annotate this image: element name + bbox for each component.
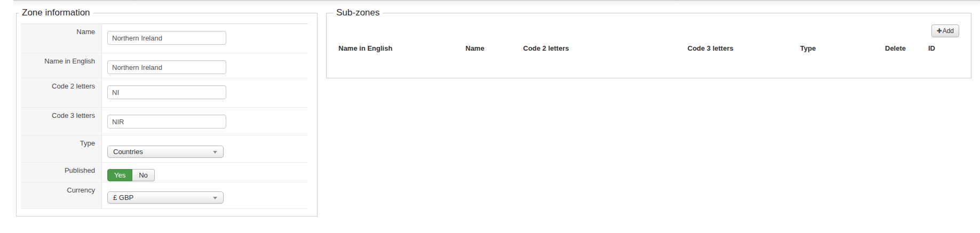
type-label: Type: [21, 135, 102, 162]
chevron-down-icon: [213, 151, 217, 154]
code-2-letters-input[interactable]: [107, 85, 226, 99]
column-header-id: ID: [928, 44, 960, 52]
plus-icon: ✚: [937, 27, 942, 35]
form-row-code-3-letters: Code 3 letters: [21, 108, 308, 135]
subzones-legend: Sub-zones: [333, 7, 383, 18]
published-label: Published: [21, 163, 102, 182]
zone-information-panel: Zone information Name Name in English Co…: [16, 13, 318, 216]
zone-form-table: Name Name in English Code 2 letters Code…: [21, 23, 308, 209]
currency-select[interactable]: £ GBP: [107, 191, 224, 204]
form-row-code-2-letters: Code 2 letters: [21, 78, 308, 108]
form-row-type: Type Countries: [21, 135, 308, 163]
code-2-letters-label: Code 2 letters: [21, 78, 102, 107]
column-header-name: Name: [465, 44, 523, 52]
published-yes-button[interactable]: Yes: [107, 169, 132, 181]
column-header-name-in-english: Name in English: [338, 44, 465, 52]
subzones-table-header: Name in English Name Code 2 letters Code…: [338, 44, 959, 52]
currency-label: Currency: [21, 182, 102, 208]
zone-information-legend: Zone information: [19, 7, 93, 18]
form-row-name: Name: [21, 24, 308, 53]
published-no-button[interactable]: No: [132, 169, 155, 181]
subzones-panel: Sub-zones ✚Add Name in English Name Code…: [326, 13, 971, 78]
form-row-published: Published Yes No: [21, 163, 308, 182]
chevron-down-icon: [213, 197, 217, 199]
column-header-type: Type: [800, 44, 885, 52]
add-subzone-button[interactable]: ✚Add: [931, 25, 959, 37]
code-3-letters-input[interactable]: [107, 115, 226, 128]
code-3-letters-label: Code 3 letters: [21, 108, 102, 135]
name-in-english-input[interactable]: [107, 60, 226, 74]
currency-select-value: £ GBP: [113, 194, 133, 202]
form-row-name-in-english: Name in English: [21, 53, 308, 78]
name-in-english-label: Name in English: [21, 53, 102, 78]
type-select[interactable]: Countries: [107, 146, 224, 158]
column-header-code-2-letters: Code 2 letters: [523, 44, 687, 52]
column-header-code-3-letters: Code 3 letters: [687, 44, 800, 52]
published-toggle: Yes No: [107, 169, 155, 181]
form-row-currency: Currency £ GBP: [21, 182, 308, 209]
column-header-delete: Delete: [885, 44, 928, 52]
type-select-value: Countries: [113, 148, 143, 156]
name-label: Name: [21, 24, 102, 53]
name-input[interactable]: [107, 31, 226, 45]
page-top-divider: [13, 0, 980, 6]
add-button-label: Add: [943, 27, 954, 35]
